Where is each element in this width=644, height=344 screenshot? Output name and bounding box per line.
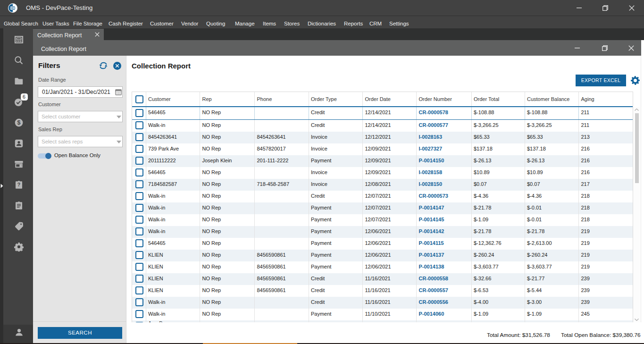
svg-text:?: ? <box>17 182 20 187</box>
svg-text:$: $ <box>17 119 21 126</box>
